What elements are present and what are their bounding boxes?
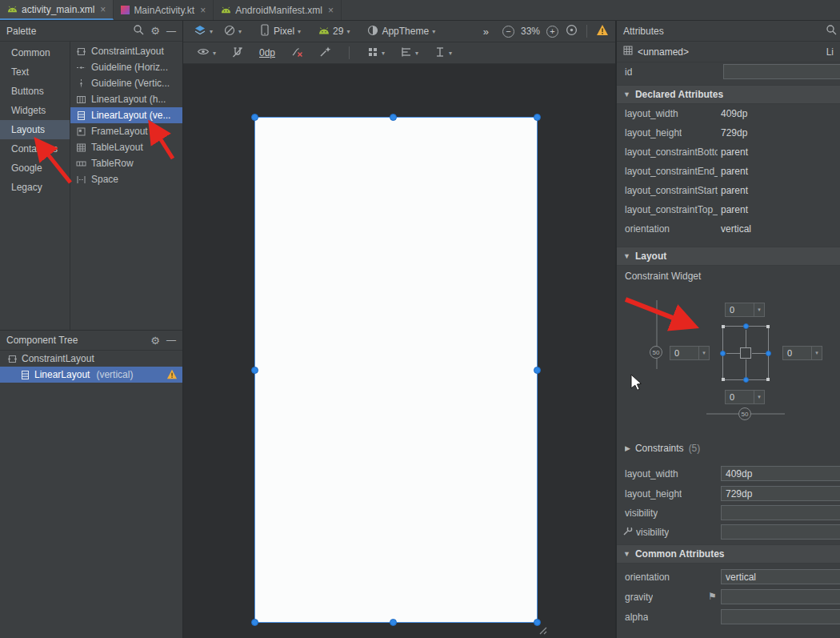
warnings-indicator-button[interactable] bbox=[596, 24, 609, 38]
selection-handle[interactable] bbox=[390, 619, 397, 626]
infer-constraints-button[interactable] bbox=[315, 44, 335, 62]
tree-item-linearlayout-vertical[interactable]: LinearLayout (vertical) bbox=[0, 367, 182, 383]
tools-visibility-field[interactable] bbox=[721, 524, 840, 540]
palette-category-buttons[interactable]: Buttons bbox=[0, 82, 70, 101]
search-icon[interactable] bbox=[826, 24, 837, 38]
horizontal-bias-handle[interactable]: 50 bbox=[738, 407, 751, 420]
section-common-attributes[interactable]: ▼ Common Attributes bbox=[617, 544, 840, 564]
chevron-down-icon[interactable]: ▾ bbox=[698, 347, 709, 359]
magic-wand-icon bbox=[319, 46, 331, 60]
theme-selector-button[interactable]: AppTheme ▾ bbox=[363, 23, 439, 40]
orientation-button[interactable]: ▾ bbox=[220, 23, 246, 40]
attr-row: gravity ⚑ bbox=[617, 588, 840, 607]
tab-activity-main-xml[interactable]: activity_main.xml × bbox=[0, 0, 114, 20]
attr-value[interactable]: parent bbox=[721, 162, 748, 181]
close-icon[interactable]: × bbox=[100, 4, 106, 15]
palette-item-guideline-horizontal[interactable]: Guideline (Horiz... bbox=[70, 59, 182, 75]
layout-width-field[interactable]: 409dp bbox=[721, 466, 840, 481]
attr-value[interactable]: parent bbox=[721, 200, 748, 219]
constraints-group-row[interactable]: ▶ Constraints (5) bbox=[617, 439, 840, 458]
chevron-down-icon[interactable]: ▾ bbox=[811, 347, 822, 359]
autoconnect-toggle-button[interactable] bbox=[228, 45, 247, 62]
palette-category-legacy[interactable]: Legacy bbox=[0, 178, 70, 197]
minimize-icon[interactable]: — bbox=[166, 26, 176, 37]
device-selector-button[interactable]: Pixel ▾ bbox=[255, 22, 305, 40]
top-anchor[interactable] bbox=[743, 323, 749, 329]
device-screen-linearlayout[interactable] bbox=[254, 117, 538, 623]
selection-handle[interactable] bbox=[534, 367, 541, 374]
api-level-button[interactable]: 29 ▾ bbox=[314, 24, 354, 38]
palette-category-google[interactable]: Google bbox=[0, 158, 70, 178]
palette-category-text[interactable]: Text bbox=[0, 62, 70, 82]
selection-handle[interactable] bbox=[390, 114, 397, 121]
gravity-field[interactable] bbox=[721, 589, 840, 604]
palette-item-framelayout[interactable]: FrameLayout bbox=[70, 123, 182, 139]
selection-handle[interactable] bbox=[251, 367, 258, 374]
attr-value[interactable]: parent bbox=[721, 181, 748, 200]
close-icon[interactable]: × bbox=[328, 5, 334, 16]
minimize-icon[interactable]: — bbox=[166, 335, 176, 346]
palette-category-widgets[interactable]: Widgets bbox=[0, 101, 70, 120]
search-icon[interactable] bbox=[133, 24, 144, 38]
left-anchor[interactable] bbox=[720, 351, 726, 356]
space-icon bbox=[75, 174, 86, 185]
tab-mainactivity-kt[interactable]: MainActivity.kt × bbox=[114, 0, 214, 20]
chevron-down-icon[interactable]: ▾ bbox=[754, 391, 764, 403]
view-options-button[interactable]: ▾ bbox=[193, 46, 220, 60]
palette-item-space[interactable]: Space bbox=[70, 171, 182, 187]
layout-height-field[interactable]: 729dp bbox=[721, 486, 840, 501]
selection-handle[interactable] bbox=[534, 114, 541, 121]
gear-icon[interactable]: ⚙ bbox=[150, 25, 160, 37]
bottom-anchor[interactable] bbox=[743, 377, 749, 383]
margin-right-combo[interactable]: 0 ▾ bbox=[782, 346, 822, 360]
section-layout[interactable]: ▼ Layout bbox=[617, 247, 840, 266]
right-anchor[interactable] bbox=[766, 351, 771, 356]
palette-item-linearlayout-horizontal[interactable]: LinearLayout (h... bbox=[70, 91, 182, 107]
zoom-fit-button[interactable] bbox=[566, 24, 578, 38]
linearlayout-horizontal-icon bbox=[75, 94, 86, 105]
chevron-down-icon[interactable]: ▾ bbox=[754, 303, 764, 316]
tree-item-constraintlayout[interactable]: ConstraintLayout bbox=[0, 351, 182, 367]
attr-value[interactable]: 729dp bbox=[721, 123, 747, 142]
attr-value[interactable]: parent bbox=[721, 142, 748, 162]
tab-androidmanifest-xml[interactable]: AndroidManifest.xml × bbox=[214, 0, 342, 20]
palette-item-tablerow[interactable]: TableRow bbox=[70, 155, 182, 171]
flag-icon[interactable]: ⚑ bbox=[708, 591, 717, 602]
visibility-field[interactable] bbox=[721, 505, 840, 520]
zoom-out-button[interactable]: − bbox=[502, 26, 514, 38]
toolbar-overflow-button[interactable]: » bbox=[479, 24, 493, 39]
close-icon[interactable]: × bbox=[200, 5, 206, 16]
palette-category-layouts[interactable]: Layouts bbox=[0, 120, 70, 139]
design-surface-mode-button[interactable]: ▾ bbox=[190, 23, 217, 39]
palette-item-tablelayout[interactable]: TableLayout bbox=[70, 139, 182, 155]
margin-top-combo[interactable]: 0 ▾ bbox=[725, 303, 765, 317]
margin-left-combo[interactable]: 0 ▾ bbox=[670, 346, 710, 360]
zoom-in-button[interactable]: + bbox=[546, 26, 558, 38]
orientation-field[interactable]: vertical bbox=[721, 569, 840, 584]
constraint-widget-center[interactable] bbox=[740, 347, 751, 359]
gear-icon[interactable]: ⚙ bbox=[150, 335, 160, 347]
pack-button[interactable]: ▾ bbox=[363, 45, 389, 62]
selection-handle[interactable] bbox=[251, 114, 258, 121]
attr-value[interactable]: 409dp bbox=[721, 104, 747, 123]
vertical-bias-track[interactable] bbox=[656, 300, 658, 369]
id-input[interactable] bbox=[723, 64, 840, 79]
selection-handle[interactable] bbox=[251, 619, 258, 626]
palette-category-containers[interactable]: Containers bbox=[0, 139, 70, 158]
align-button[interactable]: ▾ bbox=[397, 45, 422, 62]
palette-item-linearlayout-vertical[interactable]: LinearLayout (ve... bbox=[70, 107, 182, 123]
section-declared-attributes[interactable]: ▼ Declared Attributes bbox=[617, 85, 840, 104]
design-canvas[interactable] bbox=[183, 64, 615, 638]
palette-category-common[interactable]: Common bbox=[0, 43, 70, 62]
clear-constraints-button[interactable] bbox=[287, 44, 307, 62]
guidelines-button[interactable]: ▾ bbox=[430, 45, 456, 62]
alpha-field[interactable] bbox=[721, 609, 840, 624]
palette-item-guideline-vertical[interactable]: Guideline (Vertic... bbox=[70, 75, 182, 91]
constraints-label: Constraints bbox=[635, 443, 684, 454]
default-margin-button[interactable]: 0dp bbox=[255, 46, 279, 60]
vertical-bias-handle[interactable]: 50 bbox=[650, 346, 662, 359]
margin-bottom-combo[interactable]: 0 ▾ bbox=[725, 390, 765, 404]
palette-item-constraintlayout[interactable]: ConstraintLayout bbox=[70, 43, 182, 59]
attr-value[interactable]: vertical bbox=[721, 219, 751, 239]
resize-corner-handle[interactable] bbox=[537, 624, 548, 638]
